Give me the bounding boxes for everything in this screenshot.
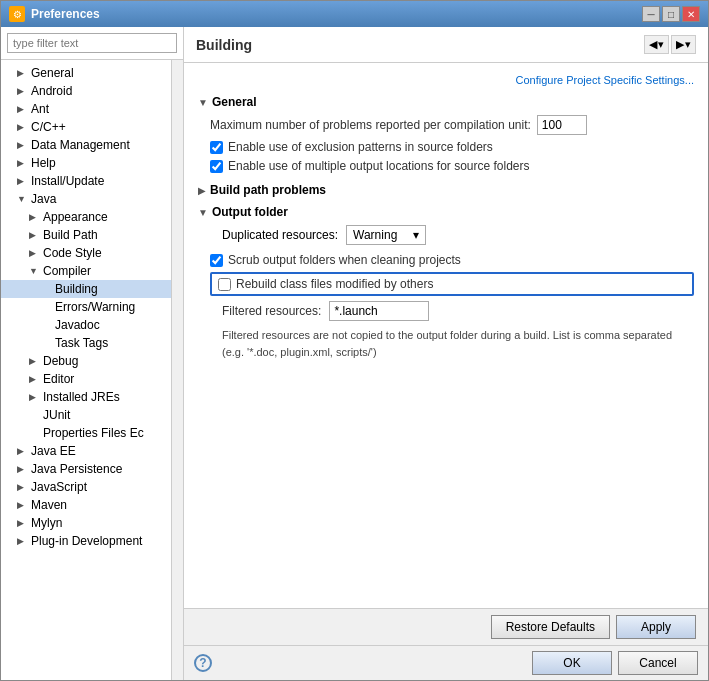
sidebar-item-task-tags[interactable]: Task Tags xyxy=(1,334,171,352)
arrow-icon: ▶ xyxy=(17,158,31,168)
sidebar-item-properties-files[interactable]: Properties Files Ec xyxy=(1,424,171,442)
scrub-output-row: Scrub output folders when cleaning proje… xyxy=(210,253,694,267)
forward-dropdown-icon: ▾ xyxy=(685,38,691,51)
multiple-output-checkbox[interactable] xyxy=(210,160,223,173)
sidebar-item-plugin-development[interactable]: ▶ Plug-in Development xyxy=(1,532,171,550)
arrow-icon: ▼ xyxy=(29,266,43,276)
filter-input[interactable] xyxy=(7,33,177,53)
filtered-resources-input[interactable] xyxy=(329,301,429,321)
sidebar-item-install-update[interactable]: ▶ Install/Update xyxy=(1,172,171,190)
content-area: ▶ General ▶ Android ▶ Ant ▶ C/C++ xyxy=(1,27,708,680)
general-section-content: Maximum number of problems reported per … xyxy=(198,115,694,173)
sidebar-item-general[interactable]: ▶ General xyxy=(1,64,171,82)
general-section-title: General xyxy=(212,95,257,109)
max-problems-input[interactable] xyxy=(537,115,587,135)
dropdown-arrow-icon: ▾ xyxy=(413,228,419,242)
scrub-output-checkbox[interactable] xyxy=(210,254,223,267)
help-button[interactable]: ? xyxy=(194,654,212,672)
arrow-icon: ▶ xyxy=(17,122,31,132)
sidebar-item-data-management[interactable]: ▶ Data Management xyxy=(1,136,171,154)
arrow-icon: ▶ xyxy=(17,446,31,456)
main-header: Building ◀ ▾ ▶ ▾ xyxy=(184,27,708,63)
sidebar-item-label: C/C++ xyxy=(31,120,66,134)
forward-button[interactable]: ▶ ▾ xyxy=(671,35,696,54)
sidebar-item-java-ee[interactable]: ▶ Java EE xyxy=(1,442,171,460)
restore-defaults-button[interactable]: Restore Defaults xyxy=(491,615,610,639)
arrow-icon: ▶ xyxy=(17,482,31,492)
dup-resources-dropdown[interactable]: Warning ▾ xyxy=(346,225,426,245)
output-folder-arrow: ▼ xyxy=(198,207,208,218)
window-title: Preferences xyxy=(31,7,100,21)
build-path-section-header[interactable]: ▶ Build path problems xyxy=(198,183,694,197)
sidebar-item-label: Debug xyxy=(43,354,78,368)
sidebar-item-label: Task Tags xyxy=(55,336,108,350)
apply-button[interactable]: Apply xyxy=(616,615,696,639)
ok-button[interactable]: OK xyxy=(532,651,612,675)
sidebar-item-label: General xyxy=(31,66,74,80)
sidebar-item-maven[interactable]: ▶ Maven xyxy=(1,496,171,514)
sidebar-item-installed-jres[interactable]: ▶ Installed JREs xyxy=(1,388,171,406)
sidebar-item-junit[interactable]: JUnit xyxy=(1,406,171,424)
maximize-button[interactable]: □ xyxy=(662,6,680,22)
arrow-icon: ▶ xyxy=(17,86,31,96)
sidebar-item-help[interactable]: ▶ Help xyxy=(1,154,171,172)
sidebar-item-label: Mylyn xyxy=(31,516,62,530)
close-button[interactable]: ✕ xyxy=(682,6,700,22)
sidebar-item-editor[interactable]: ▶ Editor xyxy=(1,370,171,388)
general-section-header[interactable]: ▼ General xyxy=(198,95,694,109)
sidebar-item-cpp[interactable]: ▶ C/C++ xyxy=(1,118,171,136)
arrow-icon: ▶ xyxy=(29,248,43,258)
sidebar-item-label: Install/Update xyxy=(31,174,104,188)
arrow-icon: ▼ xyxy=(17,194,31,204)
sidebar-item-javadoc[interactable]: Javadoc xyxy=(1,316,171,334)
sidebar-item-java[interactable]: ▼ Java xyxy=(1,190,171,208)
arrow-icon: ▶ xyxy=(17,104,31,114)
arrow-icon: ▶ xyxy=(29,374,43,384)
sidebar-item-label: Properties Files Ec xyxy=(43,426,144,440)
minimize-button[interactable]: ─ xyxy=(642,6,660,22)
sidebar-item-code-style[interactable]: ▶ Code Style xyxy=(1,244,171,262)
sidebar-item-label: Java Persistence xyxy=(31,462,122,476)
filtered-resources-info: Filtered resources are not copied to the… xyxy=(210,327,694,360)
sidebar-item-debug[interactable]: ▶ Debug xyxy=(1,352,171,370)
output-folder-section: ▼ Output folder Duplicated resources: Wa… xyxy=(198,205,694,360)
sidebar-scrollbar[interactable] xyxy=(171,60,183,680)
sidebar-item-android[interactable]: ▶ Android xyxy=(1,82,171,100)
cancel-button[interactable]: Cancel xyxy=(618,651,698,675)
rebuild-class-checkbox[interactable] xyxy=(218,278,231,291)
filtered-resources-label: Filtered resources: xyxy=(222,304,321,318)
config-project-link[interactable]: Configure Project Specific Settings... xyxy=(515,74,694,86)
sidebar-item-build-path[interactable]: ▶ Build Path xyxy=(1,226,171,244)
arrow-icon: ▶ xyxy=(29,212,43,222)
preferences-window: ⚙ Preferences ─ □ ✕ ▶ General ▶ xyxy=(0,0,709,681)
sidebar-item-java-persistence[interactable]: ▶ Java Persistence xyxy=(1,460,171,478)
nav-buttons: ◀ ▾ ▶ ▾ xyxy=(644,35,696,54)
multiple-output-row: Enable use of multiple output locations … xyxy=(210,159,694,173)
arrow-icon: ▶ xyxy=(17,464,31,474)
sidebar-item-building[interactable]: Building xyxy=(1,280,171,298)
sidebar-item-compiler[interactable]: ▼ Compiler xyxy=(1,262,171,280)
sidebar-item-ant[interactable]: ▶ Ant xyxy=(1,100,171,118)
arrow-icon: ▶ xyxy=(17,140,31,150)
sidebar-item-label: Building xyxy=(55,282,98,296)
sidebar-item-mylyn[interactable]: ▶ Mylyn xyxy=(1,514,171,532)
output-folder-header[interactable]: ▼ Output folder xyxy=(198,205,694,219)
title-bar-buttons: ─ □ ✕ xyxy=(642,6,700,22)
general-section-arrow: ▼ xyxy=(198,97,208,108)
sidebar-item-label: Installed JREs xyxy=(43,390,120,404)
arrow-icon: ▶ xyxy=(17,536,31,546)
sidebar: ▶ General ▶ Android ▶ Ant ▶ C/C++ xyxy=(1,27,184,680)
sidebar-item-label: Data Management xyxy=(31,138,130,152)
arrow-icon: ▶ xyxy=(17,68,31,78)
max-problems-row: Maximum number of problems reported per … xyxy=(210,115,694,135)
arrow-icon: ▶ xyxy=(17,176,31,186)
sidebar-item-label: Java xyxy=(31,192,56,206)
sidebar-item-errors-warning[interactable]: Errors/Warning xyxy=(1,298,171,316)
sidebar-item-appearance[interactable]: ▶ Appearance xyxy=(1,208,171,226)
sidebar-item-javascript[interactable]: ▶ JavaScript xyxy=(1,478,171,496)
tree-area: ▶ General ▶ Android ▶ Ant ▶ C/C++ xyxy=(1,60,171,680)
back-button[interactable]: ◀ ▾ xyxy=(644,35,669,54)
sidebar-item-label: JavaScript xyxy=(31,480,87,494)
exclusion-patterns-checkbox[interactable] xyxy=(210,141,223,154)
sidebar-item-label: Android xyxy=(31,84,72,98)
